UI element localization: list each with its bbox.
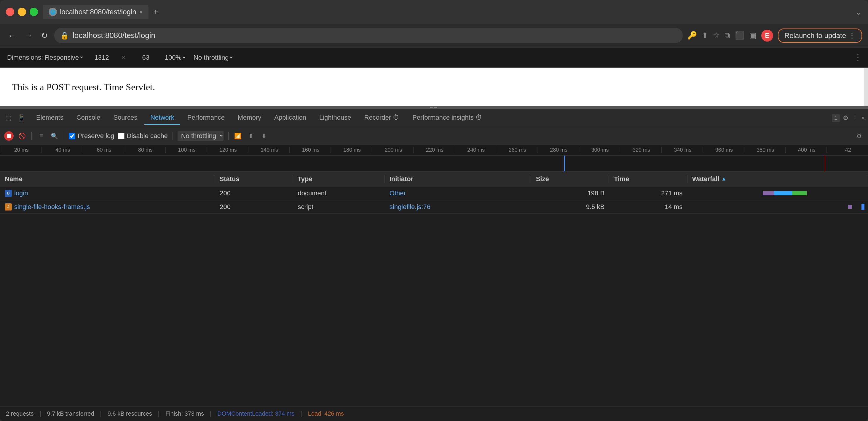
devtools-resize-handle[interactable]: ━━ [0, 106, 868, 109]
toolbar-separator-4 [228, 132, 228, 140]
timeline-labels: 20 ms 40 ms 60 ms 80 ms 100 ms 120 ms 14… [0, 145, 868, 156]
tab-title: localhost:8080/test/login [60, 8, 136, 16]
address-lock-icon: 🔒 [60, 31, 69, 40]
relaunch-to-update-button[interactable]: Relaunch to update ⋮ [778, 28, 862, 43]
tab-network[interactable]: Network [144, 111, 180, 125]
timeline-label-380ms: 380 ms [744, 147, 785, 153]
js-file-icon: J [5, 203, 12, 210]
page-scrollbar[interactable] [864, 68, 868, 106]
search-button[interactable]: 🔍 [50, 131, 59, 141]
clear-button[interactable]: 🚫 [17, 131, 27, 141]
cast-icon[interactable]: ⬛ [735, 31, 744, 40]
page-content: This is a POST request. Time Servlet. [0, 68, 864, 106]
inspect-icon[interactable]: ⬚ [3, 113, 13, 123]
address-text: localhost:8080/test/login [73, 31, 155, 40]
extensions-icon[interactable]: ⧉ [724, 31, 730, 40]
tab-elements[interactable]: Elements [30, 111, 69, 125]
upload-icon[interactable]: ⬆ [246, 131, 256, 141]
tab-performance[interactable]: Performance [181, 111, 230, 125]
td-size-singlefile: 9.5 kB [531, 203, 609, 211]
tab-console[interactable]: Console [70, 111, 106, 125]
nav-actions: 🔑 ⬆ ☆ ⧉ ⬛ ▣ E Relaunch to update ⋮ [687, 28, 862, 43]
filter-button[interactable]: ≡ [36, 131, 46, 141]
timeline-label-180ms: 180 ms [331, 147, 372, 153]
new-tab-button[interactable]: + [153, 7, 158, 17]
table-row[interactable]: D login 200 document Other 198 B [0, 187, 868, 200]
tab-memory[interactable]: Memory [232, 111, 267, 125]
disable-cache-label: Disable cache [127, 132, 168, 140]
key-icon[interactable]: 🔑 [687, 31, 697, 40]
dom-content-loaded: DOMContentLoaded: 374 ms [217, 410, 294, 417]
share-icon[interactable]: ⬆ [702, 31, 708, 40]
initiator-link[interactable]: singlefile.js:76 [390, 203, 430, 210]
timeline-label-100ms: 100 ms [165, 147, 207, 153]
throttle-dropdown[interactable]: No throttling [178, 131, 223, 141]
devtools-settings-icon[interactable]: ⚙ [843, 114, 849, 122]
dimensions-select[interactable]: Dimensions: Responsive [6, 53, 84, 61]
requests-count: 2 requests [6, 410, 33, 417]
devtools-close-icon[interactable]: × [861, 114, 865, 122]
timeline-label-320ms: 320 ms [620, 147, 661, 153]
zoom-select[interactable]: 100% [164, 53, 186, 61]
height-input[interactable] [134, 54, 158, 61]
devtools-tab-bar: ⬚ 📱 Elements Console Sources Network Per… [0, 109, 868, 127]
active-tab[interactable]: 🌐 localhost:8080/test/login × [43, 5, 149, 19]
close-traffic-light[interactable] [6, 8, 14, 16]
tab-recorder[interactable]: Recorder ⏱ [359, 111, 406, 125]
table-row[interactable]: J single-file-hooks-frames.js 200 script… [0, 200, 868, 214]
record-stop-button[interactable]: ⏹ [4, 131, 13, 141]
star-icon[interactable]: ☆ [713, 31, 720, 40]
sort-icon[interactable]: ▲ [721, 176, 726, 182]
device-mode-icon[interactable]: 📱 [16, 113, 27, 123]
address-bar[interactable]: 🔒 localhost:8080/test/login [54, 28, 683, 43]
network-settings-icon[interactable]: ⚙ [855, 131, 864, 141]
td-name-singlefile: J single-file-hooks-frames.js [0, 203, 215, 211]
minimize-traffic-light[interactable] [18, 8, 26, 16]
td-waterfall-singlefile [687, 200, 868, 214]
disable-cache-checkbox-group[interactable]: Disable cache [118, 132, 168, 140]
th-name: Name [0, 175, 215, 183]
doc-file-icon: D [5, 190, 12, 197]
throttle-select[interactable]: No throttling [192, 53, 234, 61]
device-toolbar: Dimensions: Responsive × 100% No throttl… [0, 48, 868, 68]
td-time-singlefile: 14 ms [609, 203, 687, 211]
timeline-dom-line [564, 156, 565, 172]
td-name-login: D login [0, 190, 215, 197]
width-input[interactable] [90, 54, 114, 61]
timeline-label-280ms: 280 ms [537, 147, 578, 153]
td-type-login: document [293, 190, 384, 197]
wifi-icon[interactable]: 📶 [233, 131, 243, 141]
preserve-log-checkbox[interactable] [69, 133, 75, 139]
timeline-label-140ms: 140 ms [248, 147, 289, 153]
td-status-singlefile: 200 [215, 203, 293, 211]
avatar[interactable]: E [761, 30, 773, 41]
timeline-label-120ms: 120 ms [207, 147, 248, 153]
finish-time: Finish: 373 ms [165, 410, 204, 417]
timeline-label-300ms: 300 ms [579, 147, 620, 153]
reload-button[interactable]: ↻ [39, 29, 50, 42]
window-chevron[interactable]: ⌄ [855, 7, 862, 17]
timeline-label-240ms: 240 ms [455, 147, 496, 153]
nav-bar: ← → ↻ 🔒 localhost:8080/test/login 🔑 ⬆ ☆ … [0, 24, 868, 48]
table-header: Name Status Type Initiator Size Time [0, 172, 868, 187]
td-time-login: 271 ms [609, 190, 687, 197]
maximize-traffic-light[interactable] [30, 8, 38, 16]
forward-button[interactable]: → [23, 29, 34, 42]
devtools-more-icon[interactable]: ⋮ [852, 114, 858, 122]
tab-performance-insights[interactable]: Performance insights ⏱ [406, 111, 488, 125]
tab-sources[interactable]: Sources [107, 111, 143, 125]
timeline-label-200ms: 200 ms [372, 147, 413, 153]
disable-cache-checkbox[interactable] [118, 133, 125, 139]
tab-application[interactable]: Application [268, 111, 312, 125]
device-toolbar-more-icon[interactable]: ⋮ [854, 53, 862, 62]
download-icon[interactable]: ⬇ [259, 131, 269, 141]
back-button[interactable]: ← [6, 29, 18, 42]
td-initiator-singlefile[interactable]: singlefile.js:76 [385, 203, 531, 211]
th-size: Size [531, 175, 610, 183]
timeline-label-20ms: 20 ms [0, 147, 41, 153]
sidebar-icon[interactable]: ▣ [749, 31, 756, 40]
preserve-log-checkbox-group[interactable]: Preserve log [69, 132, 115, 140]
timeline-label-220ms: 220 ms [413, 147, 455, 153]
tab-close-button[interactable]: × [139, 9, 143, 16]
tab-lighthouse[interactable]: Lighthouse [313, 111, 357, 125]
